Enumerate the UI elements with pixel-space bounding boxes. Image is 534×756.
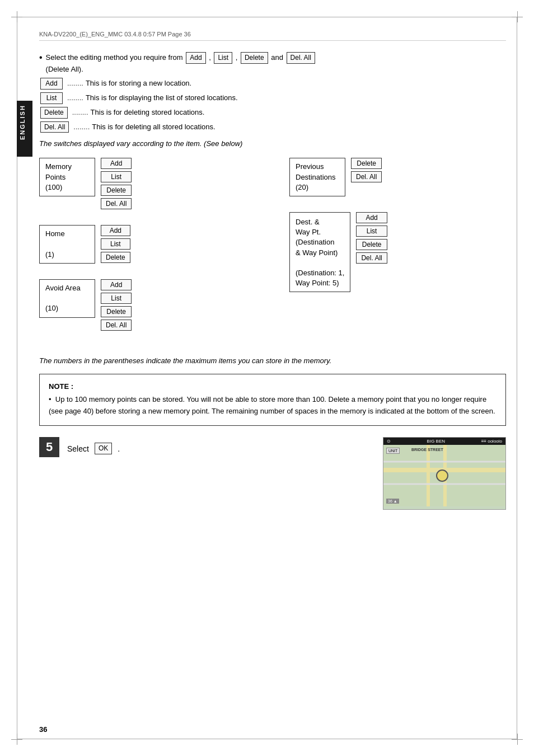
home-list-btn[interactable]: List xyxy=(101,238,130,250)
avoid-area-label: Avoid Area(10) xyxy=(39,279,95,318)
home-add-btn[interactable]: Add xyxy=(101,225,130,236)
del-all-desc-text: This is for deleting all stored location… xyxy=(92,121,215,133)
dest-waypoint-buttons: Add List Delete Del. All xyxy=(356,212,387,264)
footnote: The numbers in the parentheses indicate … xyxy=(39,356,506,365)
avoid-area-item: Avoid Area(10) Add List Delete Del. All xyxy=(39,279,256,331)
dw-add-btn[interactable]: Add xyxy=(356,212,387,223)
dw-delete-btn[interactable]: Delete xyxy=(356,239,387,250)
avoid-area-buttons: Add List Delete Del. All xyxy=(101,279,132,331)
avoid-area-text: Avoid Area(10) xyxy=(45,283,81,314)
home-delete-btn[interactable]: Delete xyxy=(101,252,130,263)
add-desc-row: Add ........ This is for storing a new l… xyxy=(39,78,506,90)
avoid-list-btn[interactable]: List xyxy=(101,293,132,304)
diagram-area: MemoryPoints(100) Add List Delete Del. A… xyxy=(39,158,506,346)
step-label: Select xyxy=(67,444,89,453)
sidebar-english-label: ENGLISH xyxy=(17,101,32,157)
mp-del-all-btn[interactable]: Del. All xyxy=(101,198,132,209)
prev-dest-buttons: Delete Del. All xyxy=(351,158,382,182)
page-border-right xyxy=(517,17,517,739)
del-all-inline-btn[interactable]: Del. All xyxy=(287,52,315,64)
nav-top-bar: ⊙ BIG BEN ≡≡ ooloolo xyxy=(383,438,505,445)
dots4: ........ xyxy=(73,121,90,133)
step-period: . xyxy=(118,444,120,453)
nav-title: BIG BEN xyxy=(427,439,445,444)
step-text: Select OK . xyxy=(67,439,120,454)
dest-waypoint-item: Dest. &Way Pt.(Destination& Way Point)(D… xyxy=(289,212,506,292)
page-border-top xyxy=(17,17,517,17)
bullet-dot: • xyxy=(39,52,43,63)
home-buttons: Add List Delete xyxy=(101,225,130,263)
crosshair-tl xyxy=(11,11,22,22)
home-label: Home(1) xyxy=(39,225,95,264)
main-content: KNA-DV2200_(E)_ENG_MMC 03.4.8 0:57 PM Pa… xyxy=(39,31,506,538)
dots1: ........ xyxy=(67,78,83,89)
svg-point-5 xyxy=(437,470,448,481)
memory-points-item: MemoryPoints(100) Add List Delete Del. A… xyxy=(39,158,256,209)
step5-section: 5 Select OK . ⊙ BIG BEN ≡≡ ooloolo xyxy=(39,437,506,510)
del-all-desc-row: Del. All ........ This is for deleting a… xyxy=(39,121,506,133)
list-btn-desc: List xyxy=(40,92,63,104)
intro-row: • Select the editing method you require … xyxy=(39,52,506,74)
nav-controls: ≡≡ ooloolo xyxy=(481,439,502,444)
diagram-right-col: PreviousDestinations(20) Delete Del. All… xyxy=(289,158,506,346)
note-box: NOTE : • Up to 100 memory points can be … xyxy=(39,374,506,426)
crosshair-br xyxy=(512,734,523,745)
home-text: Home(1) xyxy=(45,229,65,260)
home-item: Home(1) Add List Delete xyxy=(39,225,256,264)
add-desc-text: This is for storing a new location. xyxy=(86,78,191,89)
nav-screen-inner: ⊙ BIG BEN ≡≡ ooloolo UNIT BRIDG xyxy=(383,438,505,509)
dots2: ........ xyxy=(67,92,83,104)
nav-street-label: BRIDGE STREET xyxy=(411,448,443,452)
header-line: KNA-DV2200_(E)_ENG_MMC 03.4.8 0:57 PM Pa… xyxy=(39,31,506,41)
list-inline-btn[interactable]: List xyxy=(214,52,232,64)
note-body-text: Up to 100 memory points can be stored. Y… xyxy=(49,395,495,415)
nav-screen: ⊙ BIG BEN ≡≡ ooloolo UNIT BRIDG xyxy=(383,437,506,510)
avoid-delete-btn[interactable]: Delete xyxy=(101,306,132,317)
memory-points-text: MemoryPoints(100) xyxy=(45,162,72,192)
page-border-bottom xyxy=(17,739,517,739)
mp-list-btn[interactable]: List xyxy=(101,171,132,182)
intro-text: Select the editing method you require fr… xyxy=(46,52,316,74)
list-desc-text: This is for displaying the list of store… xyxy=(86,92,238,104)
switches-note: The switches displayed vary according to… xyxy=(39,139,506,148)
mp-add-btn[interactable]: Add xyxy=(101,158,132,169)
crosshair-tr xyxy=(512,11,523,22)
nav-label-unit: UNIT xyxy=(386,448,400,454)
note-bullet: • xyxy=(49,395,51,403)
bullet-section: • Select the editing method you require … xyxy=(39,52,506,133)
intro-label: Select the editing method you require fr… xyxy=(46,53,183,62)
add-btn-desc: Add xyxy=(40,78,63,90)
delete-desc-text: This is for deleting stored locations. xyxy=(91,107,205,118)
delete-inline-btn[interactable]: Delete xyxy=(241,52,268,64)
avoid-del-all-btn[interactable]: Del. All xyxy=(101,320,132,331)
ok-btn[interactable]: OK xyxy=(95,443,112,454)
crosshair-bl xyxy=(11,734,22,745)
nav-map-svg xyxy=(383,445,505,506)
dest-waypoint-label: Dest. &Way Pt.(Destination& Way Point)(D… xyxy=(289,212,350,292)
delete-btn-desc: Delete xyxy=(40,107,68,119)
mp-delete-btn[interactable]: Delete xyxy=(101,185,132,196)
pd-delete-btn[interactable]: Delete xyxy=(351,158,382,169)
dots3: ........ xyxy=(72,107,88,118)
delete-desc-row: Delete ........ This is for deleting sto… xyxy=(39,107,506,119)
pd-del-all-btn[interactable]: Del. All xyxy=(351,171,382,182)
note-body: • Up to 100 memory points can be stored.… xyxy=(49,394,496,417)
dw-list-btn[interactable]: List xyxy=(356,226,387,237)
memory-points-buttons: Add List Delete Del. All xyxy=(101,158,132,209)
del-all-btn-desc: Del. All xyxy=(40,121,69,133)
dw-del-all-btn[interactable]: Del. All xyxy=(356,252,387,264)
prev-dest-item: PreviousDestinations(20) Delete Del. All xyxy=(289,158,506,196)
list-desc-row: List ........ This is for displaying the… xyxy=(39,92,506,104)
diagram-left-col: MemoryPoints(100) Add List Delete Del. A… xyxy=(39,158,256,346)
memory-points-label: MemoryPoints(100) xyxy=(39,158,95,196)
add-inline-btn[interactable]: Add xyxy=(186,52,205,64)
note-title: NOTE : xyxy=(49,382,496,391)
avoid-add-btn[interactable]: Add xyxy=(101,279,132,290)
prev-dest-label: PreviousDestinations(20) xyxy=(289,158,345,196)
suffix-text: (Delete All). xyxy=(46,65,83,73)
prev-dest-text: PreviousDestinations(20) xyxy=(296,162,336,192)
dest-waypoint-text: Dest. &Way Pt.(Destination& Way Point)(D… xyxy=(296,217,344,288)
nav-icon: ⊙ xyxy=(387,439,391,444)
nav-bottom-bar: 36 ▲ xyxy=(386,499,399,504)
page-number: 36 xyxy=(39,725,47,734)
